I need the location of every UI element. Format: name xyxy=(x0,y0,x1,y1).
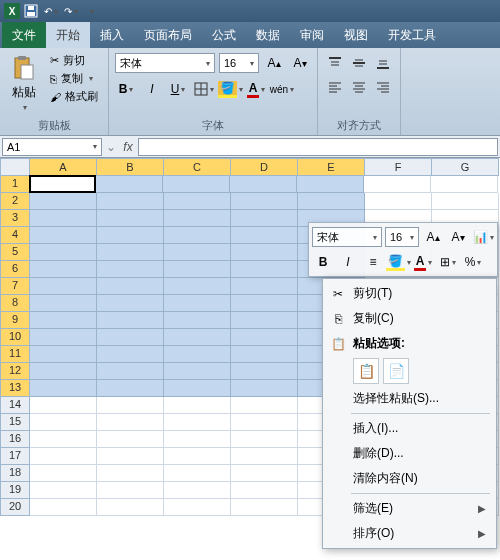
row-header[interactable]: 1 xyxy=(0,176,30,193)
cell[interactable] xyxy=(30,261,97,278)
ctx-filter[interactable]: 筛选(E)▶ xyxy=(325,496,494,521)
cell[interactable] xyxy=(231,295,298,312)
ctx-insert[interactable]: 插入(I)... xyxy=(325,416,494,441)
row-header[interactable]: 14 xyxy=(0,397,30,414)
tab-file[interactable]: 文件 xyxy=(2,22,46,48)
cell[interactable] xyxy=(30,346,97,363)
cell[interactable] xyxy=(30,227,97,244)
paste-button[interactable]: 粘贴 ▾ xyxy=(6,52,42,114)
mini-italic-button[interactable]: I xyxy=(337,251,359,273)
cell[interactable] xyxy=(96,176,163,193)
qat-more-button[interactable]: ▾ xyxy=(82,3,100,19)
cell[interactable] xyxy=(364,176,431,193)
row-header[interactable]: 2 xyxy=(0,193,30,210)
cell[interactable] xyxy=(164,329,231,346)
mini-font-color-button[interactable]: A▾ xyxy=(412,251,434,273)
cell[interactable] xyxy=(231,329,298,346)
cell[interactable] xyxy=(97,278,164,295)
cell[interactable] xyxy=(97,329,164,346)
row-header[interactable]: 5 xyxy=(0,244,30,261)
cell[interactable] xyxy=(231,210,298,227)
cell[interactable] xyxy=(97,448,164,465)
cell[interactable] xyxy=(297,176,364,193)
row-header[interactable]: 3 xyxy=(0,210,30,227)
tab-review[interactable]: 审阅 xyxy=(290,22,334,48)
cell[interactable] xyxy=(164,448,231,465)
cell[interactable] xyxy=(365,193,432,210)
cell[interactable] xyxy=(164,499,231,516)
cell[interactable] xyxy=(164,363,231,380)
cell[interactable] xyxy=(164,210,231,227)
cell[interactable] xyxy=(164,227,231,244)
mini-increase-font-button[interactable]: A▴ xyxy=(422,226,444,248)
cell[interactable] xyxy=(30,431,97,448)
mini-font-combo[interactable]: 宋体▾ xyxy=(312,227,382,247)
cut-button[interactable]: ✂剪切 xyxy=(46,52,102,69)
cell[interactable] xyxy=(163,176,230,193)
cell[interactable] xyxy=(29,175,96,193)
save-button[interactable] xyxy=(22,3,40,19)
cell[interactable] xyxy=(97,363,164,380)
cell[interactable] xyxy=(230,176,297,193)
cell[interactable] xyxy=(30,448,97,465)
copy-button[interactable]: ⎘复制▾ xyxy=(46,70,102,87)
cell[interactable] xyxy=(97,261,164,278)
cell[interactable] xyxy=(231,244,298,261)
name-box[interactable]: A1▾ xyxy=(2,138,102,156)
borders-button[interactable]: ▾ xyxy=(193,78,215,100)
cell[interactable] xyxy=(432,193,499,210)
cell[interactable] xyxy=(164,278,231,295)
cell[interactable] xyxy=(164,465,231,482)
mini-format-button[interactable]: %▾ xyxy=(462,251,484,273)
cell[interactable] xyxy=(97,295,164,312)
mini-decrease-font-button[interactable]: A▾ xyxy=(447,226,469,248)
cell[interactable] xyxy=(231,193,298,210)
cell[interactable] xyxy=(97,482,164,499)
cell[interactable] xyxy=(231,363,298,380)
fx-icon[interactable]: fx xyxy=(118,140,138,154)
row-header[interactable]: 10 xyxy=(0,329,30,346)
cell[interactable] xyxy=(97,465,164,482)
fill-color-button[interactable]: 🪣▾ xyxy=(219,78,241,100)
select-all-corner[interactable] xyxy=(0,158,30,176)
tab-formulas[interactable]: 公式 xyxy=(202,22,246,48)
font-size-combo[interactable]: 16▾ xyxy=(219,53,259,73)
cell[interactable] xyxy=(30,380,97,397)
cell[interactable] xyxy=(97,193,164,210)
ctx-copy[interactable]: ⎘复制(C) xyxy=(325,306,494,331)
cell[interactable] xyxy=(97,397,164,414)
cell[interactable] xyxy=(231,465,298,482)
row-header[interactable]: 17 xyxy=(0,448,30,465)
column-header[interactable]: D xyxy=(231,158,298,176)
cell[interactable] xyxy=(164,414,231,431)
redo-button[interactable]: ↷▾ xyxy=(62,3,80,19)
cell[interactable] xyxy=(164,397,231,414)
tab-page-layout[interactable]: 页面布局 xyxy=(134,22,202,48)
align-right-button[interactable] xyxy=(372,76,394,98)
row-header[interactable]: 7 xyxy=(0,278,30,295)
tab-developer[interactable]: 开发工具 xyxy=(378,22,446,48)
namebox-expand-icon[interactable]: ⌄ xyxy=(104,140,118,154)
row-header[interactable]: 4 xyxy=(0,227,30,244)
row-header[interactable]: 11 xyxy=(0,346,30,363)
ctx-clear[interactable]: 清除内容(N) xyxy=(325,466,494,491)
cell[interactable] xyxy=(231,414,298,431)
cell[interactable] xyxy=(164,380,231,397)
ctx-delete[interactable]: 删除(D)... xyxy=(325,441,494,466)
cell[interactable] xyxy=(97,431,164,448)
cell[interactable] xyxy=(231,448,298,465)
phonetic-button[interactable]: wén▾ xyxy=(271,78,293,100)
mini-size-combo[interactable]: 16▾ xyxy=(385,227,419,247)
cell[interactable] xyxy=(431,176,498,193)
align-bottom-button[interactable] xyxy=(372,52,394,74)
cell[interactable] xyxy=(30,295,97,312)
formula-bar[interactable] xyxy=(138,138,498,156)
cell[interactable] xyxy=(30,482,97,499)
cell[interactable] xyxy=(30,465,97,482)
row-header[interactable]: 15 xyxy=(0,414,30,431)
column-header[interactable]: B xyxy=(97,158,164,176)
cell[interactable] xyxy=(164,193,231,210)
cell[interactable] xyxy=(231,278,298,295)
align-left-button[interactable] xyxy=(324,76,346,98)
cell[interactable] xyxy=(164,482,231,499)
